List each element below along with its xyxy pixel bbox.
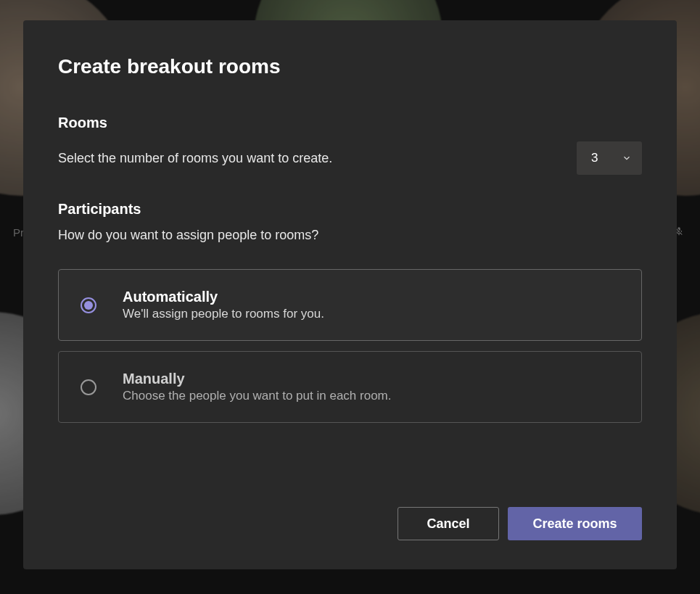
- option-subtitle: We'll assign people to rooms for you.: [123, 307, 324, 321]
- radio-automatically[interactable]: [81, 297, 96, 313]
- cancel-button[interactable]: Cancel: [398, 507, 499, 540]
- option-title: Manually: [123, 371, 391, 387]
- rooms-heading: Rooms: [58, 115, 642, 131]
- create-rooms-button[interactable]: Create rooms: [508, 507, 642, 540]
- option-text: Manually Choose the people you want to p…: [123, 371, 391, 403]
- option-automatically[interactable]: Automatically We'll assign people to roo…: [58, 269, 642, 341]
- rooms-row: Select the number of rooms you want to c…: [58, 141, 642, 175]
- rooms-count-value: 3: [591, 151, 598, 165]
- rooms-description: Select the number of rooms you want to c…: [58, 151, 577, 166]
- option-text: Automatically We'll assign people to roo…: [123, 289, 324, 321]
- option-subtitle: Choose the people you want to put in eac…: [123, 389, 391, 403]
- participants-description: How do you want to assign people to room…: [58, 228, 642, 243]
- rooms-count-dropdown[interactable]: 3: [577, 141, 642, 175]
- option-title: Automatically: [123, 289, 324, 305]
- participants-heading: Participants: [58, 201, 642, 218]
- dialog-title: Create breakout rooms: [58, 55, 642, 78]
- participant-name-partial: Pr: [13, 226, 24, 239]
- radio-manually[interactable]: [81, 379, 96, 395]
- chevron-down-icon: [622, 153, 632, 163]
- option-manually[interactable]: Manually Choose the people you want to p…: [58, 351, 642, 423]
- create-breakout-rooms-dialog: Create breakout rooms Rooms Select the n…: [23, 20, 677, 569]
- assignment-options: Automatically We'll assign people to roo…: [58, 269, 642, 423]
- dialog-footer: Cancel Create rooms: [58, 507, 642, 540]
- radio-dot-icon: [84, 301, 93, 310]
